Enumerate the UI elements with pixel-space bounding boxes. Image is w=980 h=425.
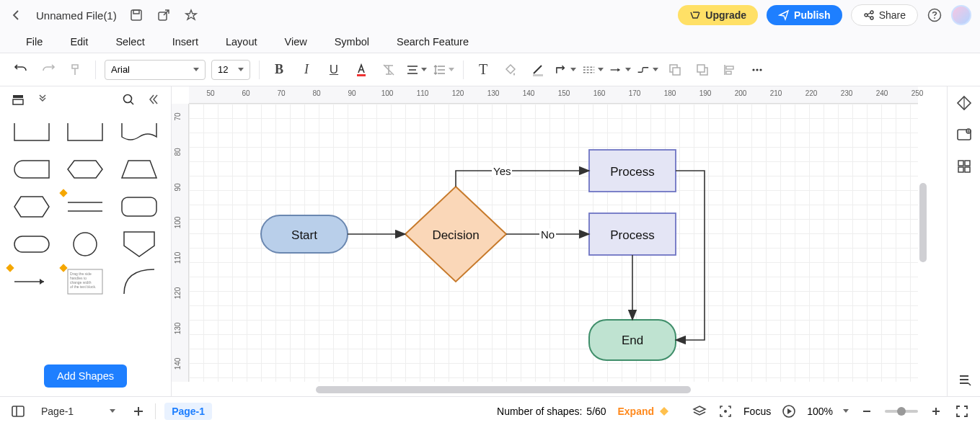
star-icon[interactable] bbox=[183, 7, 199, 23]
line-spacing-icon[interactable] bbox=[433, 59, 454, 81]
save-icon[interactable] bbox=[128, 7, 144, 23]
edge-label-yes: Yes bbox=[492, 165, 512, 177]
svg-text:of the text block.: of the text block. bbox=[70, 285, 96, 289]
diamond-icon bbox=[658, 406, 670, 417]
chevron-down-icon[interactable] bbox=[35, 91, 50, 107]
shape-parallel-lines[interactable] bbox=[61, 190, 110, 223]
layers-icon[interactable] bbox=[692, 403, 707, 419]
redo-icon[interactable] bbox=[37, 59, 59, 81]
send-back-icon[interactable] bbox=[664, 59, 686, 81]
add-page-icon[interactable] bbox=[131, 403, 146, 419]
status-bar: Page-1 Page-1 Number of shapes: 5/60 Exp… bbox=[0, 396, 980, 425]
font-color-icon[interactable] bbox=[350, 59, 372, 81]
menu-insert[interactable]: Insert bbox=[172, 36, 198, 48]
page-tab[interactable]: Page-1 bbox=[164, 403, 212, 420]
avatar[interactable] bbox=[951, 5, 971, 25]
zoom-value[interactable]: 100% bbox=[807, 406, 833, 417]
shape-pentagon-down[interactable] bbox=[115, 228, 164, 261]
publish-button[interactable]: Publish bbox=[767, 5, 842, 25]
routing-icon[interactable] bbox=[637, 59, 658, 81]
connector-style-icon[interactable] bbox=[555, 59, 576, 81]
line-color-icon[interactable] bbox=[527, 59, 549, 81]
back-icon[interactable] bbox=[9, 7, 25, 23]
menu-file[interactable]: File bbox=[26, 36, 43, 48]
shape-hexagon[interactable] bbox=[7, 190, 56, 223]
list-icon[interactable] bbox=[955, 370, 974, 389]
library-icon[interactable] bbox=[10, 91, 26, 107]
shape-rounded-rect[interactable] bbox=[115, 190, 164, 223]
svg-rect-13 bbox=[697, 65, 705, 72]
menu-symbol[interactable]: Symbol bbox=[335, 36, 369, 48]
svg-text:Decision: Decision bbox=[432, 228, 479, 242]
pages-panel-icon[interactable] bbox=[10, 403, 26, 419]
bold-icon[interactable]: B bbox=[268, 59, 290, 81]
zoom-in-icon[interactable] bbox=[928, 403, 944, 419]
help-icon[interactable] bbox=[927, 7, 943, 23]
horizontal-scrollbar[interactable] bbox=[316, 386, 691, 393]
zoom-out-icon[interactable] bbox=[859, 403, 875, 419]
grid-icon[interactable] bbox=[955, 157, 974, 176]
file-name[interactable]: Unnamed File(1) bbox=[36, 9, 117, 22]
shapes-count-label: Number of shapes: bbox=[497, 406, 582, 417]
bring-front-icon[interactable] bbox=[692, 59, 713, 81]
format-painter-icon[interactable] bbox=[65, 59, 87, 81]
menu-view[interactable]: View bbox=[285, 36, 307, 48]
share-button[interactable]: Share bbox=[851, 4, 918, 26]
zoom-dropdown-icon[interactable] bbox=[843, 409, 849, 413]
shape-wave[interactable] bbox=[115, 115, 164, 148]
shape-circle[interactable] bbox=[61, 228, 110, 261]
svg-point-16 bbox=[752, 68, 754, 71]
fill-color-icon[interactable] bbox=[500, 59, 521, 81]
shapes-sidebar: Drag the sidehandles tochange widthof th… bbox=[0, 86, 172, 396]
shape-arrow-line[interactable] bbox=[7, 265, 56, 298]
upgrade-button[interactable]: Upgrade bbox=[678, 5, 758, 25]
add-shapes-button[interactable]: Add Shapes bbox=[44, 364, 127, 388]
shape-stadium[interactable] bbox=[7, 153, 56, 186]
diagram-canvas[interactable]: Start Decision Process Process End bbox=[189, 104, 918, 382]
shape-pill[interactable] bbox=[7, 228, 56, 261]
text-tool-icon[interactable]: T bbox=[472, 59, 494, 81]
page-select[interactable]: Page-1 bbox=[35, 403, 122, 420]
theme-icon[interactable] bbox=[955, 94, 974, 112]
vertical-scrollbar[interactable] bbox=[919, 183, 927, 262]
focus-label[interactable]: Focus bbox=[743, 406, 771, 417]
italic-icon[interactable]: I bbox=[296, 59, 317, 81]
shape-card[interactable] bbox=[61, 115, 110, 148]
more-icon[interactable] bbox=[746, 59, 768, 81]
menu-search-feature[interactable]: Search Feature bbox=[397, 36, 469, 48]
align-objects-icon[interactable] bbox=[719, 59, 741, 81]
edge-process1-end[interactable] bbox=[676, 171, 705, 340]
shape-text-block[interactable]: Drag the sidehandles tochange widthof th… bbox=[61, 265, 110, 298]
line-style-icon[interactable] bbox=[582, 59, 604, 81]
align-text-icon[interactable] bbox=[405, 59, 427, 81]
svg-point-21 bbox=[124, 95, 132, 103]
shape-trapezoid[interactable] bbox=[115, 153, 164, 186]
undo-icon[interactable] bbox=[10, 59, 32, 81]
presentation-icon[interactable] bbox=[781, 403, 797, 419]
font-family-select[interactable]: Arial bbox=[105, 60, 206, 80]
menu-edit[interactable]: Edit bbox=[70, 36, 88, 48]
clear-format-icon[interactable] bbox=[378, 59, 399, 81]
settings-gear-icon[interactable] bbox=[955, 125, 974, 144]
shape-rect-open[interactable] bbox=[7, 115, 56, 148]
export-icon[interactable] bbox=[156, 7, 172, 23]
underline-icon[interactable]: U bbox=[323, 59, 345, 81]
shape-hex-h[interactable] bbox=[61, 153, 110, 186]
focus-target-icon[interactable] bbox=[718, 403, 733, 419]
share-label: Share bbox=[879, 9, 906, 21]
search-icon[interactable] bbox=[120, 91, 136, 107]
format-toolbar: Arial 12 B I U T bbox=[0, 53, 980, 86]
menu-select[interactable]: Select bbox=[115, 36, 144, 48]
collapse-sidebar-icon[interactable] bbox=[145, 91, 161, 107]
font-size-select[interactable]: 12 bbox=[211, 60, 250, 80]
menu-layout[interactable]: Layout bbox=[226, 36, 257, 48]
arrow-style-icon[interactable] bbox=[609, 59, 631, 81]
edge-decision-yes[interactable] bbox=[456, 171, 589, 187]
svg-text:Start: Start bbox=[291, 228, 317, 242]
zoom-slider[interactable] bbox=[885, 410, 918, 413]
shape-arc[interactable] bbox=[115, 265, 164, 298]
add-shapes-label: Add Shapes bbox=[57, 370, 114, 382]
shapes-palette: Drag the sidehandles tochange widthof th… bbox=[0, 112, 171, 357]
fullscreen-icon[interactable] bbox=[954, 403, 970, 419]
expand-button[interactable]: Expand bbox=[617, 406, 654, 417]
